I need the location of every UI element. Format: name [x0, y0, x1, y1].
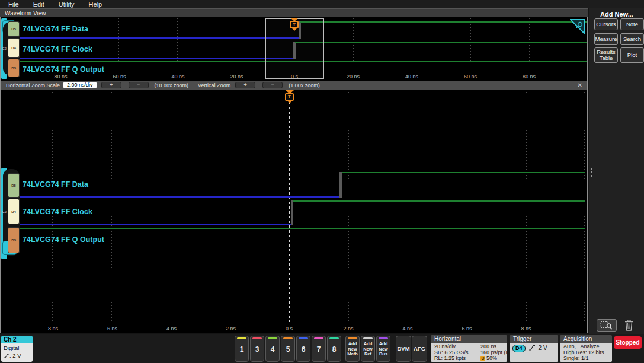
trigger-t-icon: T	[285, 93, 294, 101]
ov-clock-low-line	[7, 58, 294, 59]
channel-2-badge[interactable]: Ch 2 Digital : 2 V	[1, 336, 33, 362]
acquisition-panel[interactable]: Acquisition Auto, Analyze High Res: 12 b…	[560, 335, 612, 362]
overview-plot[interactable]: T C2 D5 D4 D3 74LVCG74 FF Data 74L	[1, 17, 587, 81]
h-zoom-plus-button[interactable]: +	[101, 82, 121, 88]
rising-edge-icon	[528, 345, 536, 351]
main-channel-badge-d5[interactable]: D5	[8, 173, 20, 198]
trigger-tip-icon	[292, 28, 297, 31]
channel-7-button[interactable]: 7	[312, 336, 326, 362]
bottom-bar: Ch 2 Digital : 2 V 1 3 4 5	[0, 334, 644, 363]
ov-channel-badge-d3[interactable]: D3	[8, 59, 20, 77]
plot-button[interactable]: Plot	[620, 47, 644, 63]
channel-2-type: Digital	[4, 344, 33, 352]
right-panel: Add New... Cursors Note Measure Search R…	[589, 8, 644, 334]
h-zoom-scale-input[interactable]: 2.00 ns/div	[63, 82, 97, 88]
main-channel-label-clock: 74LVCG74 FF Clock	[23, 208, 92, 216]
v-zoom-factor: (1.00x zoom)	[289, 82, 320, 88]
main-trigger-marker[interactable]: T	[284, 90, 294, 103]
channel-color-stripe	[283, 337, 293, 339]
main-clock-low-line	[7, 224, 291, 225]
add-new-math-button[interactable]: AddNewMath	[345, 336, 360, 362]
dvm-button[interactable]: DVM	[396, 336, 411, 362]
note-button[interactable]: Note	[620, 18, 644, 30]
main-channel-badge-d3[interactable]: D3	[8, 227, 20, 253]
measure-button[interactable]: Measure	[594, 33, 618, 45]
box-zoom-icon	[600, 321, 613, 330]
ov-clock-high-line	[295, 42, 587, 43]
main-q-high-line	[7, 228, 585, 229]
acq-single: Single: 1/1	[563, 355, 589, 361]
main-channel-label-qout: 74LVCG74 FF Q Output	[23, 235, 104, 244]
acq-detail: High Res: 12 bits	[563, 349, 604, 355]
h-zoom-scale-label: Horizontal Zoom Scale	[6, 82, 60, 88]
search-button[interactable]: Search	[620, 33, 644, 45]
ov-trigger-marker[interactable]: T	[289, 18, 299, 31]
ov-group-label: C2	[1, 47, 7, 50]
trigger-level: 2 V	[539, 345, 547, 351]
waveform-column: Waveform View	[0, 8, 588, 333]
delay-icon: U	[480, 356, 485, 361]
sample-rate: SR: 6.25 GS/s	[434, 349, 469, 355]
channel-color-stripe	[299, 337, 308, 339]
channel-2-threshold: : 2 V	[9, 352, 21, 359]
channel-3-button[interactable]: 3	[250, 336, 264, 362]
main-clock-threshold-line	[7, 212, 585, 212]
channel-8-button[interactable]: 8	[327, 336, 341, 362]
trigger-panel[interactable]: Trigger D4 2 V	[510, 335, 558, 362]
bus-color-stripe	[379, 337, 388, 339]
add-new-bus-button[interactable]: AddNewBus	[376, 336, 390, 362]
trigger-title: Trigger	[510, 335, 558, 343]
main-clock-edge	[291, 200, 293, 225]
ov-data-low-line	[7, 37, 300, 39]
acquisition-title: Acquisition	[560, 335, 612, 343]
draw-zoom-icon[interactable]	[570, 19, 585, 34]
channel-color-stripe	[314, 337, 323, 339]
horizontal-panel[interactable]: Horizontal 20 ns/div 200 ns SR: 6.25 GS/…	[431, 335, 507, 362]
menu-file[interactable]: File	[8, 1, 19, 8]
threshold-slope-icon	[4, 354, 9, 358]
channel-color-stripe	[252, 337, 262, 339]
cursors-button[interactable]: Cursors	[594, 18, 618, 30]
channel-1-button[interactable]: 1	[235, 336, 249, 362]
main-channel-badge-d4[interactable]: D4	[8, 199, 20, 224]
tab-waveform-view[interactable]: Waveform View	[0, 8, 588, 17]
h-zoom-minus-button[interactable]: −	[129, 82, 149, 88]
main-zoom-plot[interactable]: T C2 D5 D4 D3 74LVC	[1, 90, 587, 333]
v-zoom-plus-button[interactable]: +	[235, 82, 255, 88]
channel-2-name: Ch 2	[1, 336, 33, 343]
stopped-button[interactable]: Stopped	[614, 336, 642, 349]
menu-help[interactable]: Help	[89, 1, 102, 8]
v-zoom-minus-button[interactable]: −	[262, 82, 283, 88]
channel-color-stripe	[237, 337, 246, 339]
ref-color-stripe	[363, 337, 373, 339]
menu-edit[interactable]: Edit	[33, 1, 44, 8]
horizontal-window: 200 ns	[480, 343, 496, 349]
trash-icon[interactable]	[624, 319, 634, 332]
ov-channel-label-clock: 74LVCG74 FF Clock	[23, 45, 92, 53]
menu-utility[interactable]: Utility	[59, 1, 75, 8]
channel-4-button[interactable]: 4	[265, 336, 280, 362]
ov-channel-badge-d4[interactable]: D4	[8, 38, 20, 58]
resolution: 160 ps/pt (IT)	[480, 349, 507, 355]
horizontal-title: Horizontal	[431, 335, 507, 343]
zoom-select-button[interactable]	[597, 319, 617, 332]
results-table-button[interactable]: Results Table	[594, 47, 618, 63]
panel-resize-handle[interactable]	[591, 168, 592, 177]
add-new-ref-button[interactable]: AddNewRef	[361, 336, 375, 362]
main-data-high-line	[342, 172, 585, 173]
channel-6-button[interactable]: 6	[296, 336, 310, 362]
trigger-tip-icon	[287, 101, 292, 103]
menu-bar: File Edit Utility Help	[0, 0, 644, 8]
ov-channel-badge-d5[interactable]: D5	[8, 21, 20, 37]
zoom-close-icon[interactable]: ✕	[578, 82, 582, 88]
trigger-t-icon: T	[290, 21, 299, 28]
horizontal-scale: 20 ns/div	[434, 343, 456, 349]
record-length: RL: 1.25 kpts	[434, 355, 466, 361]
main-clock-high-line	[293, 200, 585, 202]
channel-color-stripe	[329, 337, 339, 339]
afg-button[interactable]: AFG	[412, 336, 427, 362]
horizontal-position: 50%	[486, 355, 497, 361]
channel-5-button[interactable]: 5	[281, 336, 295, 362]
main-channel-label-data: 74LVCG74 FF Data	[23, 180, 88, 189]
v-zoom-label: Vertical Zoom	[198, 82, 230, 88]
